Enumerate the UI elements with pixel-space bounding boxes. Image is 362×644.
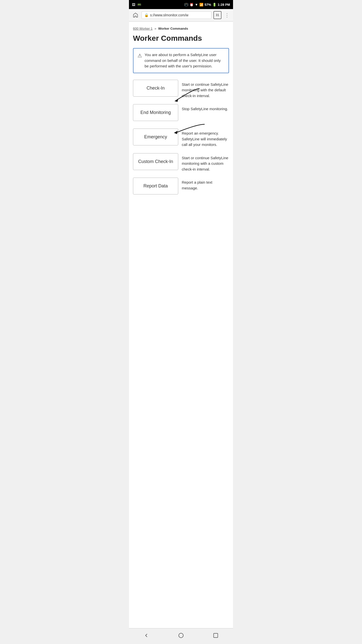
nav-bar bbox=[129, 628, 233, 642]
home-button[interactable] bbox=[131, 11, 140, 19]
arrow-endmonitoring bbox=[172, 122, 207, 135]
command-row-customcheckin: Custom Check-In Start or continue Safety… bbox=[133, 153, 229, 172]
warning-text: You are about to perform a SafetyLine us… bbox=[145, 52, 224, 69]
home-nav-button[interactable] bbox=[175, 630, 187, 640]
command-row-endmonitoring: End Monitoring Stop SafetyLine monitorin… bbox=[133, 104, 229, 121]
report-data-button[interactable]: Report Data bbox=[133, 178, 178, 194]
battery-icon: 🔋 bbox=[212, 3, 216, 7]
svg-point-2 bbox=[179, 633, 183, 638]
page-content: 600 Worker 1 » Worker Commands Worker Co… bbox=[129, 21, 233, 628]
browser-chrome: 🔒 s://www.slmonitor.com/w 31 ⋮ bbox=[129, 9, 233, 21]
signal-icon: 📶 bbox=[199, 3, 203, 7]
end-monitoring-description: Stop SafetyLine monitoring. bbox=[182, 104, 228, 112]
recent-apps-button[interactable] bbox=[209, 630, 222, 640]
svg-marker-1 bbox=[174, 131, 177, 134]
vibrate-icon: 📳 bbox=[184, 3, 188, 7]
browser-menu-button[interactable]: ⋮ bbox=[223, 12, 231, 18]
emergency-button[interactable]: Emergency bbox=[133, 129, 178, 145]
tab-number: 31 bbox=[216, 13, 219, 17]
report-data-description: Report a plain text message. bbox=[182, 178, 229, 191]
custom-checkin-button[interactable]: Custom Check-In bbox=[133, 153, 178, 170]
checkin-button[interactable]: Check-In bbox=[133, 80, 178, 97]
page-title: Worker Commands bbox=[133, 34, 229, 43]
breadcrumb-current: Worker Commands bbox=[158, 27, 188, 30]
command-row-reportdata: Report Data Report a plain text message. bbox=[133, 178, 229, 194]
clock: 1:28 PM bbox=[218, 3, 230, 7]
svg-rect-3 bbox=[214, 633, 218, 637]
alarm-icon: ⏰ bbox=[190, 3, 194, 7]
voicemail-icon: 📟 bbox=[137, 3, 141, 7]
breadcrumb-separator: » bbox=[154, 27, 156, 30]
end-monitoring-button[interactable]: End Monitoring bbox=[133, 104, 178, 121]
warning-icon: ⚠ bbox=[138, 53, 142, 59]
url-text: s://www.slmonitor.com/w bbox=[150, 13, 188, 17]
status-bar-left: 🖼 📟 bbox=[132, 3, 141, 7]
breadcrumb-parent[interactable]: 600 Worker 1 bbox=[133, 27, 153, 30]
lock-icon: 🔒 bbox=[144, 13, 149, 17]
back-button[interactable] bbox=[140, 630, 153, 640]
warning-box: ⚠ You are about to perform a SafetyLine … bbox=[133, 48, 229, 73]
status-bar-right: 📳 ⏰ ▼ 📶 57% 🔋 1:28 PM bbox=[184, 3, 230, 7]
arrow-checkin bbox=[172, 87, 202, 102]
url-bar[interactable]: 🔒 s://www.slmonitor.com/w bbox=[142, 11, 211, 19]
breadcrumb: 600 Worker 1 » Worker Commands bbox=[133, 27, 229, 30]
image-icon: 🖼 bbox=[132, 3, 135, 7]
wifi-icon: ▼ bbox=[195, 3, 198, 7]
tab-button[interactable]: 31 bbox=[213, 11, 221, 19]
custom-checkin-description: Start or continue SafetyLine monitoring … bbox=[182, 153, 229, 172]
status-bar: 🖼 📟 📳 ⏰ ▼ 📶 57% 🔋 1:28 PM bbox=[129, 0, 233, 9]
battery-percent: 57% bbox=[205, 3, 211, 7]
commands-section: Check-In Start or continue SafetyLine mo… bbox=[133, 80, 229, 195]
svg-marker-0 bbox=[174, 99, 178, 102]
